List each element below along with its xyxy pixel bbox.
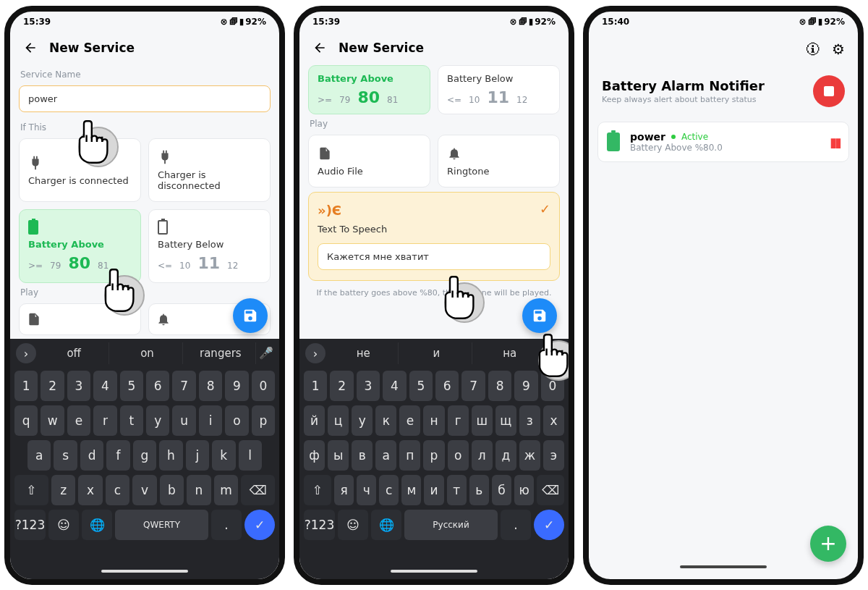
key-g[interactable]: g xyxy=(133,440,156,471)
key-t[interactable]: t xyxy=(120,405,143,436)
key-d[interactable]: d xyxy=(80,440,103,471)
key-emoji[interactable]: ☺ xyxy=(48,510,79,540)
key-k[interactable]: k xyxy=(212,440,235,471)
key-х[interactable]: х xyxy=(543,405,564,436)
key-6[interactable]: 6 xyxy=(146,371,169,401)
key-о[interactable]: о xyxy=(448,440,469,471)
key-5[interactable]: 5 xyxy=(120,371,143,401)
card-charger-connected[interactable]: Charger is connected xyxy=(19,138,141,202)
mic-icon[interactable]: 🎤 xyxy=(548,346,563,361)
key-ч[interactable]: ч xyxy=(357,475,376,505)
pause-button[interactable]: ▮▮ xyxy=(830,135,840,150)
key-ц[interactable]: ц xyxy=(328,405,349,436)
key-й[interactable]: й xyxy=(304,405,325,436)
key-р[interactable]: р xyxy=(423,440,444,471)
key-ш[interactable]: ш xyxy=(472,405,493,436)
key-и[interactable]: и xyxy=(424,475,443,505)
key-ж[interactable]: ж xyxy=(519,440,540,471)
tts-text-input[interactable] xyxy=(318,243,550,270)
key-7[interactable]: 7 xyxy=(461,371,485,401)
key-э[interactable]: э xyxy=(543,440,564,471)
key-0[interactable]: 0 xyxy=(252,371,275,401)
key-2[interactable]: 2 xyxy=(41,371,64,401)
add-fab[interactable]: + xyxy=(810,526,846,562)
key-0[interactable]: 0 xyxy=(541,371,564,401)
key-i[interactable]: i xyxy=(199,405,222,436)
key-period[interactable]: . xyxy=(211,510,242,540)
nav-pill[interactable] xyxy=(680,565,767,568)
key-x[interactable]: x xyxy=(78,475,102,505)
key-8[interactable]: 8 xyxy=(199,371,222,401)
key-ю[interactable]: ю xyxy=(514,475,534,505)
key-y[interactable]: y xyxy=(146,405,169,436)
save-fab[interactable] xyxy=(522,298,557,333)
key-backspace[interactable]: ⌫ xyxy=(537,475,564,505)
key-6[interactable]: 6 xyxy=(435,371,459,401)
key-3[interactable]: 3 xyxy=(67,371,90,401)
key-ь[interactable]: ь xyxy=(469,475,489,505)
key-я[interactable]: я xyxy=(334,475,354,505)
key-5[interactable]: 5 xyxy=(409,371,433,401)
service-name-input[interactable] xyxy=(19,85,271,112)
key-2[interactable]: 2 xyxy=(330,371,353,401)
key-e[interactable]: e xyxy=(67,405,90,436)
key-3[interactable]: 3 xyxy=(357,371,380,401)
key-j[interactable]: j xyxy=(186,440,209,471)
card-charger-disconnected[interactable]: Charger is disconnected xyxy=(148,138,271,202)
nav-pill[interactable] xyxy=(391,570,477,573)
help-icon[interactable]: 🛈 xyxy=(806,41,820,58)
card-battery-below[interactable]: Battery Below <=10 11 12 xyxy=(438,65,560,114)
key-д[interactable]: д xyxy=(495,440,516,471)
key-h[interactable]: h xyxy=(159,440,182,471)
card-battery-below[interactable]: Battery Below <= 10 11 12 xyxy=(148,209,271,283)
key-symbols[interactable]: ?123 xyxy=(304,510,335,540)
key-н[interactable]: н xyxy=(423,405,444,436)
key-b[interactable]: b xyxy=(160,475,184,505)
suggestion[interactable]: off xyxy=(39,342,109,364)
key-q[interactable]: q xyxy=(14,405,38,436)
key-г[interactable]: г xyxy=(448,405,469,436)
suggestion-expand-icon[interactable]: › xyxy=(16,343,36,363)
key-space[interactable]: QWERTY xyxy=(115,510,208,540)
key-shift[interactable]: ⇧ xyxy=(304,475,331,505)
key-1[interactable]: 1 xyxy=(304,371,327,401)
key-n[interactable]: n xyxy=(187,475,210,505)
key-shift[interactable]: ⇧ xyxy=(14,475,48,505)
key-m[interactable]: m xyxy=(214,475,238,505)
key-4[interactable]: 4 xyxy=(383,371,406,401)
suggestion[interactable]: on xyxy=(112,342,182,364)
key-enter[interactable]: ✓ xyxy=(534,510,564,540)
suggestion[interactable]: и xyxy=(401,342,472,364)
key-symbols[interactable]: ?123 xyxy=(14,510,46,540)
key-в[interactable]: в xyxy=(352,440,373,471)
key-globe[interactable]: 🌐 xyxy=(82,510,112,540)
key-p[interactable]: p xyxy=(252,405,275,436)
key-у[interactable]: у xyxy=(352,405,373,436)
card-battery-above[interactable]: Battery Above >= 79 80 81 xyxy=(19,209,141,283)
key-7[interactable]: 7 xyxy=(172,371,195,401)
back-icon[interactable] xyxy=(312,41,327,55)
key-к[interactable]: к xyxy=(375,405,396,436)
key-т[interactable]: т xyxy=(447,475,467,505)
key-9[interactable]: 9 xyxy=(514,371,537,401)
key-enter[interactable]: ✓ xyxy=(244,510,275,540)
suggestion[interactable]: не xyxy=(328,342,399,364)
suggestion[interactable]: на xyxy=(475,342,545,364)
settings-icon[interactable]: ⚙ xyxy=(832,41,845,58)
mic-icon[interactable]: 🎤 xyxy=(259,346,273,361)
key-space[interactable]: Русский xyxy=(404,510,498,540)
key-8[interactable]: 8 xyxy=(488,371,511,401)
suggestion-expand-icon[interactable]: › xyxy=(305,343,326,363)
key-с[interactable]: с xyxy=(379,475,399,505)
nav-pill[interactable] xyxy=(101,570,188,573)
key-з[interactable]: з xyxy=(519,405,540,436)
key-o[interactable]: o xyxy=(225,405,248,436)
key-f[interactable]: f xyxy=(106,440,129,471)
key-ф[interactable]: ф xyxy=(304,440,325,471)
key-a[interactable]: a xyxy=(27,440,51,471)
key-c[interactable]: c xyxy=(106,475,129,505)
key-л[interactable]: л xyxy=(472,440,493,471)
key-м[interactable]: м xyxy=(401,475,421,505)
key-v[interactable]: v xyxy=(132,475,156,505)
key-backspace[interactable]: ⌫ xyxy=(241,475,275,505)
